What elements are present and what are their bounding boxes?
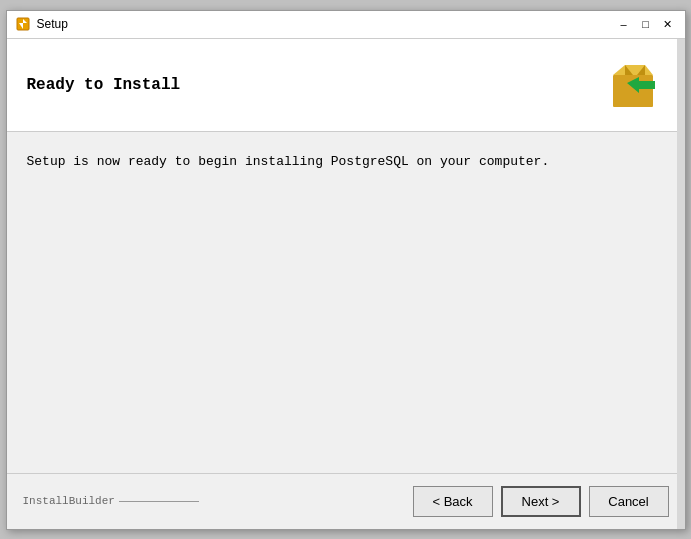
svg-marker-3 (613, 65, 653, 75)
content-area: Setup is now ready to begin installing P… (7, 132, 685, 474)
header-title: Ready to Install (27, 76, 181, 94)
footer: InstallBuilder < Back Next > Cancel (7, 474, 685, 529)
cancel-button[interactable]: Cancel (589, 486, 669, 517)
brand-separator (119, 501, 199, 502)
next-button[interactable]: Next > (501, 486, 581, 517)
back-button[interactable]: < Back (413, 486, 493, 517)
header-section: Ready to Install (7, 39, 685, 132)
window-icon (15, 16, 31, 32)
box-arrow-icon (605, 55, 665, 115)
footer-buttons: < Back Next > Cancel (413, 486, 669, 517)
title-bar-left: Setup (15, 16, 68, 32)
close-button[interactable]: ✕ (659, 15, 677, 33)
svg-rect-2 (613, 75, 653, 107)
window-title: Setup (37, 17, 68, 31)
right-sidebar-accent (677, 39, 685, 529)
brand-label: InstallBuilder (23, 495, 115, 507)
minimize-button[interactable]: – (615, 15, 633, 33)
brand-area: InstallBuilder (23, 495, 199, 507)
setup-window: Setup – □ ✕ Ready to Install Setup is no… (6, 10, 686, 530)
content-description: Setup is now ready to begin installing P… (27, 152, 665, 172)
restore-button[interactable]: □ (637, 15, 655, 33)
title-bar-buttons: – □ ✕ (615, 15, 677, 33)
title-bar: Setup – □ ✕ (7, 11, 685, 39)
